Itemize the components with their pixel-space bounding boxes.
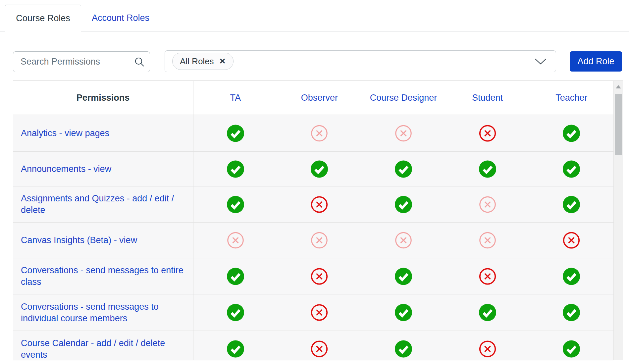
allow-icon[interactable]	[395, 268, 412, 285]
scroll-up-icon[interactable]	[616, 85, 621, 88]
allow-icon[interactable]	[563, 196, 580, 213]
deny-faded-icon[interactable]	[395, 125, 412, 142]
allow-icon[interactable]	[227, 196, 244, 213]
role-filter-combobox[interactable]: All Roles ✕	[165, 50, 556, 72]
permission-cell: Announcements - view	[13, 152, 193, 186]
permission-link[interactable]: Analytics - view pages	[21, 128, 109, 139]
permission-status-cell	[361, 186, 446, 222]
table-row: Course Calendar - add / edit / delete ev…	[13, 331, 613, 360]
permission-cell: Conversations - send messages to individ…	[13, 294, 193, 331]
table-header-row: Permissions TAObserverCourse DesignerStu…	[13, 81, 613, 115]
allow-icon[interactable]	[395, 304, 412, 321]
tab-bar: Course Roles Account Roles	[0, 0, 629, 31]
deny-icon[interactable]	[479, 268, 496, 285]
permission-status-cell	[529, 331, 613, 360]
deny-faded-icon[interactable]	[311, 125, 328, 142]
allow-icon[interactable]	[227, 160, 244, 178]
vertical-scrollbar[interactable]	[613, 81, 623, 360]
allow-icon[interactable]	[563, 340, 580, 358]
allow-icon[interactable]	[395, 340, 412, 358]
allow-icon[interactable]	[227, 340, 244, 358]
deny-icon[interactable]	[479, 125, 496, 142]
permission-link[interactable]: Assignments and Quizzes - add / edit / d…	[21, 193, 184, 216]
permission-status-cell	[278, 115, 362, 151]
deny-icon[interactable]	[311, 304, 328, 321]
permission-status-cell	[446, 331, 530, 360]
tab-account-roles[interactable]: Account Roles	[86, 5, 155, 31]
allow-icon[interactable]	[563, 125, 580, 142]
allow-icon[interactable]	[395, 160, 412, 178]
permission-link[interactable]: Conversations - send messages to entire …	[21, 265, 184, 288]
allow-icon[interactable]	[563, 304, 580, 321]
search-input[interactable]	[13, 51, 150, 72]
permission-status-cell	[278, 331, 362, 360]
permission-status-cell	[193, 186, 278, 222]
permission-status-cell	[446, 258, 530, 294]
deny-icon[interactable]	[479, 340, 496, 358]
allow-icon[interactable]	[311, 160, 328, 178]
deny-icon[interactable]	[311, 196, 328, 213]
permission-cell: Analytics - view pages	[13, 115, 193, 151]
permission-status-cell	[529, 223, 613, 258]
role-column-header[interactable]: Teacher	[529, 81, 613, 115]
permission-status-cell	[193, 223, 278, 258]
permission-status-cell	[361, 258, 446, 294]
allow-icon[interactable]	[479, 160, 496, 178]
permission-status-cell	[446, 115, 530, 151]
deny-faded-icon[interactable]	[311, 232, 328, 249]
search-permissions-field	[13, 51, 150, 72]
scrollbar-thumb[interactable]	[615, 94, 622, 155]
permissions-column-header: Permissions	[13, 81, 193, 115]
role-column-header[interactable]: TA	[193, 81, 278, 115]
allow-icon[interactable]	[563, 268, 580, 285]
permission-status-cell	[193, 331, 278, 360]
table-row: Conversations - send messages to individ…	[13, 294, 613, 331]
permission-link[interactable]: Course Calendar - add / edit / delete ev…	[21, 338, 184, 361]
permission-status-cell	[278, 294, 362, 331]
permission-cell: Course Calendar - add / edit / delete ev…	[13, 331, 193, 360]
allow-icon[interactable]	[227, 304, 244, 321]
permission-link[interactable]: Announcements - view	[21, 163, 111, 175]
tab-course-roles-label: Course Roles	[16, 13, 70, 24]
permission-status-cell	[446, 294, 530, 331]
table-row: Conversations - send messages to entire …	[13, 258, 613, 294]
permissions-table: Permissions TAObserverCourse DesignerStu…	[13, 80, 623, 360]
permission-status-cell	[361, 223, 446, 258]
add-role-button[interactable]: Add Role	[570, 51, 622, 72]
tab-account-roles-label: Account Roles	[92, 13, 149, 23]
deny-icon[interactable]	[311, 268, 328, 285]
table-body: Analytics - view pagesAnnouncements - vi…	[13, 115, 613, 360]
permission-status-cell	[361, 115, 446, 151]
role-filter-tag[interactable]: All Roles ✕	[172, 53, 234, 70]
allow-icon[interactable]	[227, 268, 244, 285]
table-row: Canvas Insights (Beta) - view	[13, 222, 613, 258]
deny-icon[interactable]	[311, 340, 328, 358]
permission-status-cell	[278, 223, 362, 258]
permission-link[interactable]: Canvas Insights (Beta) - view	[21, 234, 137, 246]
deny-faded-icon[interactable]	[227, 232, 244, 249]
permission-status-cell	[361, 152, 446, 186]
permission-cell: Assignments and Quizzes - add / edit / d…	[13, 186, 193, 222]
permission-status-cell	[446, 152, 530, 186]
role-column-header[interactable]: Student	[446, 81, 530, 115]
permission-link[interactable]: Conversations - send messages to individ…	[21, 301, 184, 324]
allow-icon[interactable]	[227, 125, 244, 142]
deny-faded-icon[interactable]	[479, 196, 496, 213]
allow-icon[interactable]	[395, 196, 412, 213]
permission-status-cell	[361, 331, 446, 360]
allow-icon[interactable]	[563, 160, 580, 178]
tab-course-roles[interactable]: Course Roles	[5, 5, 81, 32]
deny-icon[interactable]	[563, 232, 580, 249]
role-filter-tag-label: All Roles	[180, 56, 214, 67]
chevron-down-icon[interactable]	[535, 58, 547, 65]
allow-icon[interactable]	[479, 304, 496, 321]
remove-tag-icon[interactable]: ✕	[219, 57, 226, 65]
permission-status-cell	[446, 186, 530, 222]
deny-faded-icon[interactable]	[395, 232, 412, 249]
deny-faded-icon[interactable]	[479, 232, 496, 249]
permission-status-cell	[193, 152, 278, 186]
role-column-header[interactable]: Observer	[278, 81, 362, 115]
table-row: Assignments and Quizzes - add / edit / d…	[13, 186, 613, 222]
role-column-header[interactable]: Course Designer	[361, 81, 446, 115]
permission-status-cell	[529, 115, 613, 151]
